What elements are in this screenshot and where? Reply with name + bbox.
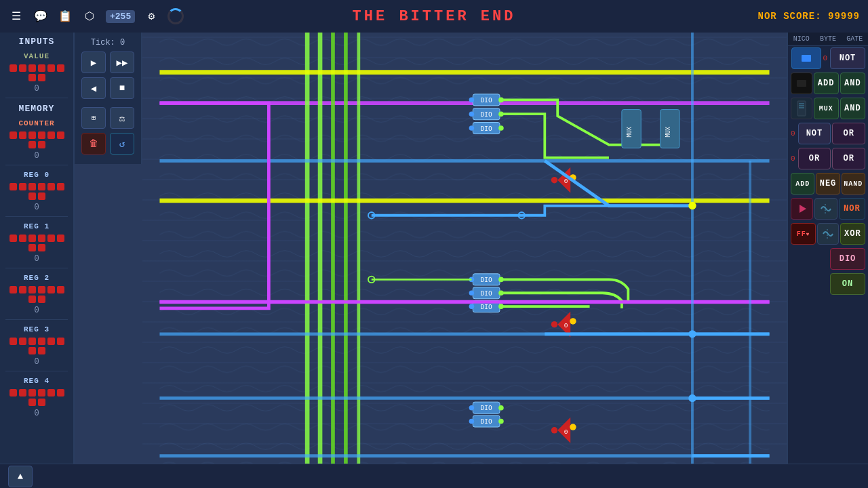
memory-label: MEMORY [0,100,73,115]
settings-icon[interactable]: ⚙ [143,8,159,24]
tab-nico[interactable]: NICO [793,35,810,43]
gate-row-8: FF ♥ XOR [788,222,868,247]
gate-row-5: 0 OR OR [788,146,868,171]
step-forward-button[interactable]: ▶ [81,52,106,73]
svg-text:DIO: DIO [481,289,492,297]
or-gate-button-2[interactable]: OR [798,148,831,169]
dot [38,286,45,293]
dot [38,183,45,190]
blue-square-icon[interactable] [791,47,821,69]
not-gate-button-2[interactable]: NOT [798,123,831,144]
svg-text:DIO: DIO [481,110,492,118]
score-label: NOR SCORE: [758,11,822,22]
step-back-button[interactable]: ◀ [81,77,106,99]
gate-row-6: ADD NEG NAND [788,171,868,197]
wave-icon-btn-2[interactable] [817,223,839,245]
on-button[interactable]: ON [830,273,865,295]
dot [28,192,36,200]
or-gate-button-3[interactable]: OR [832,148,865,169]
divider [5,216,68,217]
reg0-dots [0,180,73,203]
and-gate-button-2[interactable]: AND [840,98,865,119]
dot [57,389,64,396]
undo-button[interactable]: ↺ [110,133,134,155]
chevron-up-button[interactable]: ▲ [8,466,33,487]
divider [5,165,68,165]
dot [28,389,36,396]
gate-row-3: MUX AND [788,96,868,121]
svg-point-59 [469,405,475,411]
divider [5,371,68,371]
play-button[interactable]: ▶▶ [110,52,134,73]
dot [28,235,36,242]
menu-icon[interactable]: ☰ [8,8,24,24]
nor-gate-button[interactable]: NOR [839,198,865,220]
reg4-label: REG 4 [0,373,73,386]
dot [19,183,26,190]
nand-gate-button[interactable]: NAND [842,173,865,195]
chat-icon[interactable]: 💬 [33,8,49,24]
dot [38,64,45,72]
play-icon-btn[interactable] [791,198,813,220]
ff-button[interactable]: FF ♥ [791,223,816,245]
svg-text:0: 0 [564,178,568,185]
dot [47,338,55,345]
reg2-value: 0 [0,306,73,318]
grid-button[interactable]: ⊞ [81,107,106,129]
dot [57,235,64,242]
dot [28,183,36,190]
badge[interactable]: +255 [106,10,135,23]
counter-dots [0,129,73,151]
svg-text:DIO: DIO [481,303,492,310]
reg1-label: REG 1 [0,218,73,232]
adjust-button[interactable]: ⚖ [110,107,134,129]
circuit-svg[interactable]: DIO DIO DIO MUX MUX 0 0 0 DIO [142,33,787,464]
add-button-2[interactable]: ADD [791,173,814,195]
dot [38,244,45,251]
not-gate-button[interactable]: NOT [830,47,865,69]
mux-button[interactable]: MUX [814,98,839,119]
svg-rect-73 [802,55,811,62]
and-gate-button-1[interactable]: AND [840,73,865,94]
svg-point-20 [469,111,475,117]
svg-point-71 [688,394,696,402]
gate-row-7: NOR [788,197,868,222]
svg-point-70 [688,330,696,338]
delete-button[interactable]: 🗑 [81,133,106,155]
dio-button[interactable]: DIO [830,248,865,270]
score-display: NOR SCORE: 99999 [758,11,860,22]
neg-button[interactable]: NEG [816,173,840,195]
tab-byte[interactable]: BYTE [820,35,836,43]
dot [38,389,45,396]
reg1-value: 0 [0,254,73,266]
add-button-1[interactable]: ADD [814,73,839,94]
dot [9,286,17,293]
or-gate-button-1[interactable]: OR [832,123,865,144]
tab-gate[interactable]: GATE [846,35,863,43]
divider [5,319,68,320]
svg-rect-75 [797,101,806,116]
circuit-canvas[interactable]: DIO DIO DIO MUX MUX 0 0 0 DIO [142,33,787,464]
counter-icon[interactable] [791,98,812,119]
svg-text:MUX: MUX [626,126,633,137]
dot [19,64,26,72]
reg2-dots [0,283,73,306]
network-icon[interactable]: ⬡ [81,8,98,24]
dark-square-icon[interactable] [791,73,812,94]
dot [19,286,26,293]
clipboard-icon[interactable]: 📋 [57,8,73,24]
reg4-dots [0,386,73,409]
reg3-dots [0,335,73,357]
dot [47,64,55,72]
dot [38,296,45,303]
inputs-label: INPUTS [0,33,73,48]
tick-label: Tick: 0 [80,38,136,47]
xor-gate-button[interactable]: XOR [840,223,865,245]
svg-point-52 [469,304,475,309]
wave-icon-btn-1[interactable] [814,198,837,220]
stop-button[interactable]: ■ [110,77,134,99]
svg-point-32 [551,177,557,183]
dot [47,183,55,190]
reg3-label: REG 3 [0,321,73,335]
svg-point-48 [469,290,475,296]
